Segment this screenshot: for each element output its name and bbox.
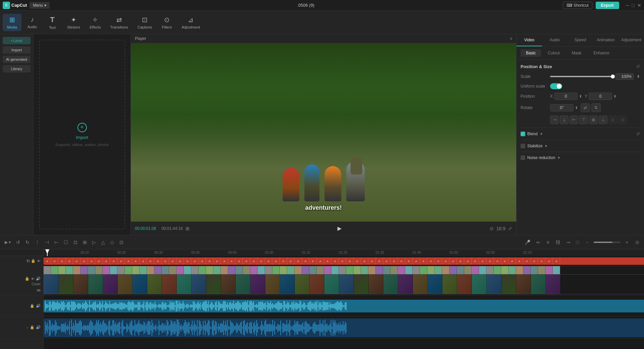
- zoom-slider[interactable]: [594, 242, 621, 243]
- scale-value-input[interactable]: [615, 73, 634, 80]
- eye-icon-tt[interactable]: 👁: [37, 259, 41, 263]
- stabilize-info[interactable]: ▾: [545, 144, 547, 148]
- audio-track-1-segment[interactable]: [44, 300, 644, 312]
- rotate-input[interactable]: [550, 104, 574, 111]
- audio-mute-icon-1[interactable]: 🔊: [36, 304, 41, 308]
- audio-mute-icon-2[interactable]: 🔊: [36, 325, 41, 330]
- circle-icon[interactable]: ○: [26, 326, 29, 330]
- zoom-in-button[interactable]: ＋: [623, 238, 631, 247]
- flip-vertical-button[interactable]: ⇅: [591, 103, 601, 112]
- align-bottom-button[interactable]: ⊥: [599, 115, 607, 124]
- position-size-reset[interactable]: ↺: [636, 64, 640, 69]
- time-display-toggle[interactable]: ⊞: [185, 226, 190, 231]
- noise-reduction-checkbox[interactable]: [521, 155, 525, 160]
- split-button[interactable]: ⋮: [33, 238, 42, 246]
- align-center-h-button[interactable]: ⊥: [560, 115, 569, 124]
- x-input[interactable]: [554, 93, 578, 100]
- toolbar-item-text[interactable]: T Text: [43, 13, 62, 32]
- x-spinners[interactable]: ⬍: [579, 94, 582, 99]
- lock-icon-tt[interactable]: 🔒: [31, 259, 36, 263]
- redo-button[interactable]: ↻: [23, 238, 32, 246]
- scale-slider-thumb[interactable]: [611, 74, 615, 79]
- y-spinners[interactable]: ⬍: [613, 94, 616, 99]
- audio-button[interactable]: △: [99, 238, 107, 246]
- playhead[interactable]: [47, 249, 48, 256]
- toolbar-item-filters[interactable]: ⊙ Filters: [157, 14, 176, 31]
- flip-horizontal-button[interactable]: ⇄: [581, 103, 590, 112]
- text-track-segment[interactable]: AAAAAAAAAAAAAAAAAAAAAAAAAAAAAAAAAAAAAAAA…: [44, 257, 644, 265]
- timeline-scroll[interactable]: 00:10 00:20 00:30 00:40 00:50 01:00 01:1…: [44, 249, 644, 349]
- mic-button[interactable]: 🎤: [523, 238, 532, 246]
- import-button[interactable]: Import: [3, 46, 31, 54]
- blend-checkbox[interactable]: ✓: [521, 132, 525, 136]
- fullscreen-button[interactable]: ⤢: [508, 226, 512, 231]
- sub-tab-mask[interactable]: Mask: [567, 49, 587, 57]
- sub-tab-enhance[interactable]: Enhance: [588, 49, 614, 57]
- scale-spinners[interactable]: ⬍: [637, 74, 640, 79]
- infinity-icon[interactable]: ∞: [37, 287, 41, 293]
- chain-button[interactable]: ⛓: [553, 238, 562, 246]
- sub-tab-cutout[interactable]: Cutout: [542, 49, 565, 57]
- import-label[interactable]: Import: [76, 135, 88, 140]
- shortcut-button[interactable]: ⌨ Shortcut: [563, 2, 592, 9]
- link-prev-button[interactable]: ⇐: [534, 238, 542, 246]
- align-top-button[interactable]: ⊤: [579, 115, 588, 124]
- sub-tab-basic[interactable]: Basic: [521, 49, 541, 57]
- toolbar-item-effects[interactable]: ✧ Effects: [86, 14, 105, 31]
- tab-audio[interactable]: Audio: [542, 34, 568, 46]
- undo-button[interactable]: ↺: [14, 238, 22, 246]
- delete-button[interactable]: ☐: [62, 238, 70, 246]
- y-input[interactable]: [589, 93, 612, 100]
- minimize-button[interactable]: ─: [626, 3, 629, 8]
- player-menu-icon[interactable]: ≡: [510, 36, 512, 41]
- zoom-out-button[interactable]: －: [583, 238, 592, 247]
- tab-video[interactable]: Video: [517, 34, 542, 46]
- noise-reduction-info[interactable]: ▾: [558, 155, 560, 160]
- uniform-scale-toggle[interactable]: [550, 83, 562, 89]
- play-button[interactable]: ▶: [337, 225, 341, 232]
- comment-button[interactable]: □: [574, 238, 581, 246]
- play-segment-button[interactable]: ▷: [90, 238, 98, 246]
- blend-reset[interactable]: ↺: [636, 131, 640, 137]
- close-button[interactable]: ✕: [637, 3, 641, 8]
- screenshot-button[interactable]: ⊙: [490, 226, 494, 231]
- link-next-button[interactable]: ≡: [544, 238, 551, 246]
- align-left-button[interactable]: ⊣: [550, 115, 559, 124]
- crop-button[interactable]: ⊡: [117, 238, 125, 246]
- menu-button[interactable]: Menu ▾: [30, 2, 50, 9]
- trim-left-button[interactable]: ⊣: [43, 238, 51, 246]
- align-center-v-button[interactable]: ⊞: [589, 115, 598, 124]
- audio-mute-icon-video[interactable]: 🔊: [36, 277, 41, 281]
- paste-button[interactable]: ⊞: [81, 238, 89, 246]
- tab-animation[interactable]: Animation: [593, 34, 619, 46]
- cut-button[interactable]: ⊸: [564, 238, 572, 246]
- local-button[interactable]: • Local: [3, 37, 31, 44]
- toolbar-item-adjustment[interactable]: ⊿ Adjustment: [177, 14, 204, 31]
- rotate-spinners[interactable]: ⬍: [575, 106, 578, 110]
- settings-button[interactable]: ⊙: [633, 238, 641, 246]
- lock-icon-audio1[interactable]: 🔒: [30, 304, 35, 308]
- toolbar-item-media[interactable]: ⊞ Media: [3, 14, 21, 31]
- toolbar-item-transitions[interactable]: ⇄ Transitions: [106, 14, 132, 31]
- lock-icon-video[interactable]: 🔒: [25, 277, 30, 281]
- toolbar-item-captions[interactable]: ⊡ Captions: [133, 14, 156, 31]
- blend-info[interactable]: ▾: [540, 132, 542, 136]
- export-button[interactable]: Export: [596, 2, 619, 9]
- keyframe-button[interactable]: ◇: [108, 238, 116, 246]
- tab-speed[interactable]: Speed: [568, 34, 593, 46]
- cursor-tool-button[interactable]: ▶ ▾: [3, 239, 13, 246]
- import-icon[interactable]: +: [77, 123, 87, 132]
- scale-slider[interactable]: [550, 76, 613, 77]
- copy-button[interactable]: ⊡: [71, 238, 79, 246]
- eye-icon-video[interactable]: 👁: [31, 277, 35, 281]
- toolbar-item-audio[interactable]: ♪ Audio: [23, 14, 42, 31]
- align-right-button[interactable]: ⊢: [570, 115, 578, 124]
- library-button[interactable]: Library: [3, 65, 31, 72]
- maximize-button[interactable]: □: [632, 3, 635, 8]
- stabilize-checkbox[interactable]: [521, 144, 525, 148]
- import-drop-area[interactable]: + Import Supports: videos, audios, photo…: [39, 40, 125, 230]
- audio-track-2-segment[interactable]: [44, 318, 644, 337]
- toolbar-item-stickers[interactable]: ✦ Stickers: [63, 14, 84, 31]
- tab-adjustment[interactable]: Adjustment: [619, 34, 644, 46]
- ai-generated-button[interactable]: AI generated: [3, 56, 31, 63]
